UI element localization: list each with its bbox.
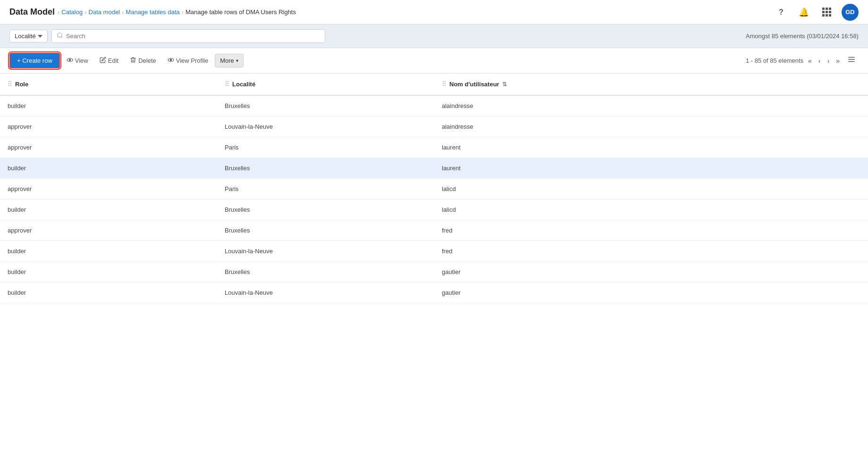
search-box — [51, 29, 325, 43]
search-input[interactable] — [66, 33, 320, 40]
table-row[interactable]: approver Louvain-la-Neuve alaindresse — [0, 116, 868, 137]
grid-icon — [822, 8, 831, 17]
table-row[interactable]: approver Paris laurent — [0, 137, 868, 158]
breadcrumb-managetables[interactable]: Manage tables data — [126, 8, 179, 16]
topbar: Data Model › Catalog › Data model › Mana… — [0, 0, 868, 25]
first-page-button[interactable]: « — [806, 56, 814, 66]
last-page-button[interactable]: » — [834, 56, 842, 66]
nom-col-handle-icon — [442, 80, 447, 88]
cell-role: approver — [0, 220, 217, 241]
table-row[interactable]: builder Louvain-la-Neuve fred — [0, 241, 868, 262]
role-col-handle-icon — [8, 80, 12, 88]
cell-localite: Bruxelles — [217, 199, 434, 220]
cell-localite: Bruxelles — [217, 158, 434, 179]
cell-role: builder — [0, 241, 217, 262]
prev-page-button[interactable]: ‹ — [817, 56, 823, 66]
bell-icon: 🔔 — [799, 7, 809, 17]
table-row[interactable]: builder Bruxelles alaindresse — [0, 95, 868, 116]
col-header-role[interactable]: Role — [0, 74, 217, 95]
breadcrumb-catalog[interactable]: Catalog — [61, 8, 83, 16]
cell-localite: Bruxelles — [217, 220, 434, 241]
col-header-localite[interactable]: Localité — [217, 74, 434, 95]
table-row[interactable]: builder Bruxelles gautier — [0, 262, 868, 282]
data-table: Role Localité — [0, 74, 868, 303]
svg-point-23 — [443, 83, 444, 84]
svg-point-11 — [8, 83, 9, 84]
role-col-label: Role — [15, 81, 28, 88]
list-view-button[interactable] — [844, 54, 859, 67]
cell-role: builder — [0, 199, 217, 220]
table-body: builder Bruxelles alaindresse approver L… — [0, 95, 868, 303]
cell-nom: laurent — [434, 137, 868, 158]
cell-nom: lalicd — [434, 179, 868, 199]
svg-point-10 — [10, 81, 11, 82]
edit-label: Edit — [108, 57, 118, 64]
edit-button[interactable]: Edit — [95, 54, 123, 67]
svg-point-12 — [10, 83, 11, 84]
breadcrumb-datamodel[interactable]: Data model — [89, 8, 120, 16]
locale-label: Localité — [15, 33, 36, 40]
grid-menu-button[interactable] — [819, 5, 834, 20]
avatar[interactable]: GD — [842, 4, 859, 21]
cell-localite: Paris — [217, 137, 434, 158]
more-label: More — [220, 57, 234, 64]
cell-localite: Bruxelles — [217, 262, 434, 282]
notifications-button[interactable]: 🔔 — [796, 5, 811, 20]
table-row[interactable]: builder Bruxelles lalicd — [0, 199, 868, 220]
svg-point-21 — [443, 81, 444, 82]
breadcrumb: › Catalog › Data model › Manage tables d… — [58, 8, 296, 16]
view-label: View — [75, 57, 88, 64]
cell-nom: gautier — [434, 262, 868, 282]
localite-col-label: Localité — [232, 81, 255, 88]
create-row-button[interactable]: + Create row — [9, 53, 60, 68]
delete-icon — [130, 57, 136, 65]
cell-nom: fred — [434, 220, 868, 241]
delete-label: Delete — [138, 57, 156, 64]
svg-point-19 — [226, 85, 227, 86]
cell-nom: lalicd — [434, 199, 868, 220]
topbar-right: ? 🔔 GD — [774, 4, 859, 21]
svg-point-13 — [8, 85, 9, 86]
view-profile-icon — [168, 57, 174, 65]
table-row[interactable]: approver Bruxelles fred — [0, 220, 868, 241]
more-chevron-icon: ▾ — [236, 58, 238, 63]
cell-role: builder — [0, 282, 217, 303]
table-row[interactable]: builder Bruxelles laurent — [0, 158, 868, 179]
cell-localite: Bruxelles — [217, 95, 434, 116]
view-profile-button[interactable]: View Profile — [163, 54, 213, 67]
svg-point-9 — [8, 81, 9, 82]
svg-point-26 — [445, 85, 446, 86]
svg-point-17 — [226, 83, 227, 84]
cell-role: approver — [0, 179, 217, 199]
table-row[interactable]: builder Louvain-la-Neuve gautier — [0, 282, 868, 303]
svg-point-18 — [228, 83, 228, 84]
cell-nom: fred — [434, 241, 868, 262]
svg-point-24 — [445, 83, 446, 84]
help-button[interactable]: ? — [774, 5, 789, 20]
svg-point-22 — [445, 81, 446, 82]
next-page-button[interactable]: › — [826, 56, 832, 66]
col-header-nom[interactable]: Nom d'utilisateur ⇅ — [434, 74, 868, 95]
cell-role: builder — [0, 95, 217, 116]
cell-localite: Louvain-la-Neuve — [217, 241, 434, 262]
delete-button[interactable]: Delete — [125, 54, 161, 67]
toolbar: + Create row View Edit Delete View Profi… — [0, 48, 868, 74]
svg-point-15 — [226, 81, 227, 82]
locale-chevron-icon — [38, 34, 42, 39]
svg-point-0 — [58, 33, 62, 37]
table-row[interactable]: approver Paris lalicd — [0, 179, 868, 199]
cell-role: builder — [0, 158, 217, 179]
cell-localite: Louvain-la-Neuve — [217, 282, 434, 303]
filter-bar: Localité Amongst 85 elements (03/01/2024… — [0, 25, 868, 48]
cell-nom: laurent — [434, 158, 868, 179]
svg-point-25 — [443, 85, 444, 86]
view-button[interactable]: View — [62, 54, 93, 67]
svg-line-1 — [61, 37, 63, 38]
table-container: Role Localité — [0, 74, 868, 465]
search-icon — [57, 32, 63, 40]
more-button[interactable]: More ▾ — [215, 54, 244, 67]
nom-sort-icon[interactable]: ⇅ — [502, 81, 507, 88]
locale-dropdown[interactable]: Localité — [9, 30, 48, 42]
cell-role: approver — [0, 137, 217, 158]
cell-role: approver — [0, 116, 217, 137]
